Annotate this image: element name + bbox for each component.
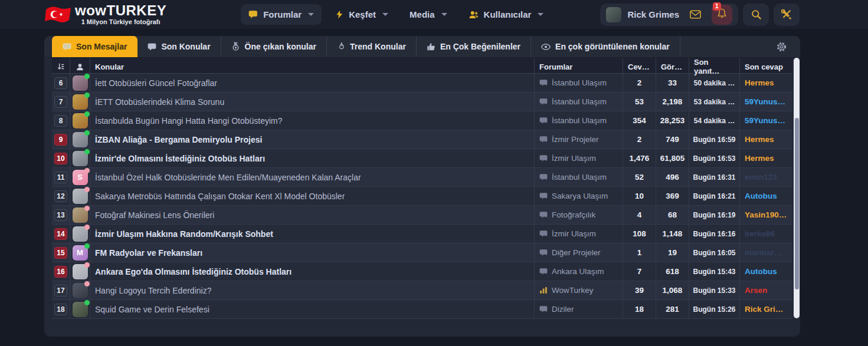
views-column-header[interactable]: Gör… [656,58,689,75]
topic-author-avatar[interactable] [73,189,88,204]
forum-link[interactable]: Diziler [534,300,623,318]
table-row[interactable]: 7 İETT Otobüslerindeki Klima Sorunu İsta… [52,93,792,111]
site-logo[interactable]: wowTURKEY 1 Milyon Türkiye fotoğrafı [44,4,166,25]
table-row[interactable]: 9 İZBAN Aliağa - Bergama Demiryolu Proje… [52,130,792,149]
user-avatar[interactable] [606,7,621,22]
topic-author-avatar[interactable] [73,151,88,166]
admin-tools-button[interactable] [774,4,800,26]
forum-link[interactable]: İzmir Projeler [534,130,623,149]
topic-author-avatar[interactable]: M [73,245,88,261]
table-row[interactable]: 11 S İstanbul Özel Halk Otobüslerinde Me… [52,168,792,187]
topic-author-avatar[interactable] [73,132,88,147]
topic-author-avatar[interactable] [73,264,88,279]
tab-latest-topics[interactable]: Son Konular [137,36,221,57]
last-poster-link[interactable]: Arsen [745,286,767,295]
forum-link[interactable]: Ankara Ulaşım [534,262,623,281]
forum-link[interactable]: İstanbul Ulaşım [534,168,623,186]
sort-numeric-icon [57,62,65,71]
forums-column-header[interactable]: Forumlar [534,58,623,75]
last-poster-link[interactable]: marmar… [745,248,782,257]
table-row[interactable]: 17 Hangi Logoyu Tercih Ederdiniz? WowTur… [52,281,792,300]
topic-title-link[interactable]: Fotoğraf Makinesi Lens Önerileri [95,210,214,220]
list-settings-button[interactable] [763,36,800,57]
search-button[interactable] [743,4,769,26]
notifications-button[interactable]: 1 [712,5,732,25]
forum-link[interactable]: WowTurkey [534,281,623,299]
table-row[interactable]: 16 Ankara Ego'da Olmasını İstediğiniz Ot… [52,262,792,281]
nav-item-users[interactable]: Kullanıcılar [461,4,552,25]
topic-author-avatar[interactable] [73,302,88,317]
sort-order-header[interactable] [52,58,70,75]
last-poster-link[interactable]: emtn123 [745,173,777,182]
topic-author-avatar[interactable] [73,283,88,298]
last-poster-link[interactable]: Hermes [745,154,774,163]
last-poster-link[interactable]: Autobus [745,192,777,200]
replies-column-header[interactable]: Cev… [623,58,656,75]
topic-author-avatar[interactable]: S [73,170,88,185]
topic-author-avatar[interactable] [73,113,88,128]
nav-item-media[interactable]: Media [402,4,455,25]
topic-author-avatar[interactable] [73,75,88,91]
forum-name: WowTurkey [552,286,594,295]
forum-link[interactable]: Sakarya Ulaşım [534,187,623,205]
last-poster-link[interactable]: berke86 [745,229,775,238]
presence-indicator [84,130,90,136]
table-row[interactable]: 13 Fotoğraf Makinesi Lens Önerileri Foto… [52,206,792,225]
last-poster-link[interactable]: 59Yunus… [745,116,785,125]
nav-label: Keşfet [349,9,376,19]
last-poster-link[interactable]: Hermes [745,78,774,87]
forum-link[interactable]: Fotoğrafçılık [534,206,623,224]
topic-title-link[interactable]: İzmir'de Olmasını İstediğiniz Otobüs Hat… [95,154,265,163]
topic-author-avatar[interactable] [73,226,88,242]
topic-title-link[interactable]: Squid Game ve Derin Felsefesi [95,305,209,314]
forum-link[interactable]: İzmir Ulaşım [534,149,623,167]
vertical-scrollbar[interactable] [794,58,800,318]
nav-item-forums[interactable]: Forumlar [241,4,322,25]
comment-icon [539,154,548,162]
tab-featured-topics[interactable]: Öne çıkan konular [221,36,327,57]
topic-title-link[interactable]: Hangi Logoyu Tercih Ederdiniz? [95,286,211,295]
nav-item-discover[interactable]: Keşfet [327,4,396,25]
topic-title-link[interactable]: İETT Otobüslerindeki Klima Sorunu [95,97,224,107]
tab-trending-topics[interactable]: Trend Konular [327,36,417,57]
messages-button[interactable] [685,8,706,21]
table-row[interactable]: 12 Sakarya Metrobüs Hattında Çalışan Oto… [52,187,792,206]
topic-title-link[interactable]: Ankara Ego'da Olmasını İstediğiniz Otobü… [95,267,291,276]
forum-link[interactable]: İstanbul Ulaşım [534,111,623,130]
topic-title-link[interactable]: FM Radyolar ve Frekansları [95,248,202,258]
forum-link[interactable]: Diğer Projeler [534,243,623,262]
topics-column-header[interactable]: Konular [90,58,534,75]
last-poster-link[interactable]: Rick Gri… [745,305,783,314]
topic-title-link[interactable]: İzmir Ulaşım Hakkına Random/Karışık Sohb… [95,229,273,239]
topic-title-link[interactable]: İett Otobüsleri Güncel Fotoğraflar [95,78,217,88]
topic-title-link[interactable]: İstanbul Özel Halk Otobüslerinde Men Edi… [95,173,361,182]
forum-link[interactable]: İstanbul Ulaşım [534,74,623,92]
table-row[interactable]: 6 İett Otobüsleri Güncel Fotoğraflar İst… [52,74,792,93]
last-poster-link[interactable]: 59Yunus… [745,97,785,106]
table-row[interactable]: 15 M FM Radyolar ve Frekansları Diğer Pr… [52,243,792,262]
last-reply-column-header[interactable]: Son yanıt… [689,58,739,75]
table-row[interactable]: 18 Squid Game ve Derin Felsefesi Diziler… [52,300,792,319]
tab-most-liked[interactable]: En Çok Beğenilenler [417,36,531,57]
topic-author-avatar[interactable] [73,207,88,223]
row-number-badge: 13 [54,209,67,221]
last-poster-link[interactable]: Hermes [745,135,774,144]
forum-link[interactable]: İstanbul Ulaşım [534,93,623,111]
last-post-column-header[interactable]: Son cevap [739,58,792,75]
last-poster-link[interactable]: Yasin190… [745,210,787,219]
table-row[interactable]: 10 İzmir'de Olmasını İstediğiniz Otobüs … [52,149,792,168]
table-row[interactable]: 8 İstanbulda Bugün Hangi Hatta Hangi Oto… [52,111,792,130]
scrollbar-thumb[interactable] [795,118,799,290]
last-reply-time: Bugün 16:19 [689,206,739,224]
topic-title-link[interactable]: İZBAN Aliağa - Bergama Demiryolu Projesi [95,135,262,144]
topic-author-avatar[interactable] [73,94,88,110]
forum-link[interactable]: İzmir Ulaşım [534,225,623,243]
tab-latest-messages[interactable]: Son Mesajlar [52,36,137,57]
user-menu[interactable]: Rick Grimes 1 [600,4,738,26]
author-column-header[interactable] [70,58,90,75]
topic-title-link[interactable]: İstanbulda Bugün Hangi Hatta Hangi Otobü… [95,116,283,126]
topic-title-link[interactable]: Sakarya Metrobüs Hattında Çalışan Otokar… [95,192,345,201]
table-row[interactable]: 14 İzmir Ulaşım Hakkına Random/Karışık S… [52,225,792,243]
last-poster-link[interactable]: Autobus [745,267,777,276]
tab-most-viewed[interactable]: En çok görüntülenen konular [531,36,680,57]
